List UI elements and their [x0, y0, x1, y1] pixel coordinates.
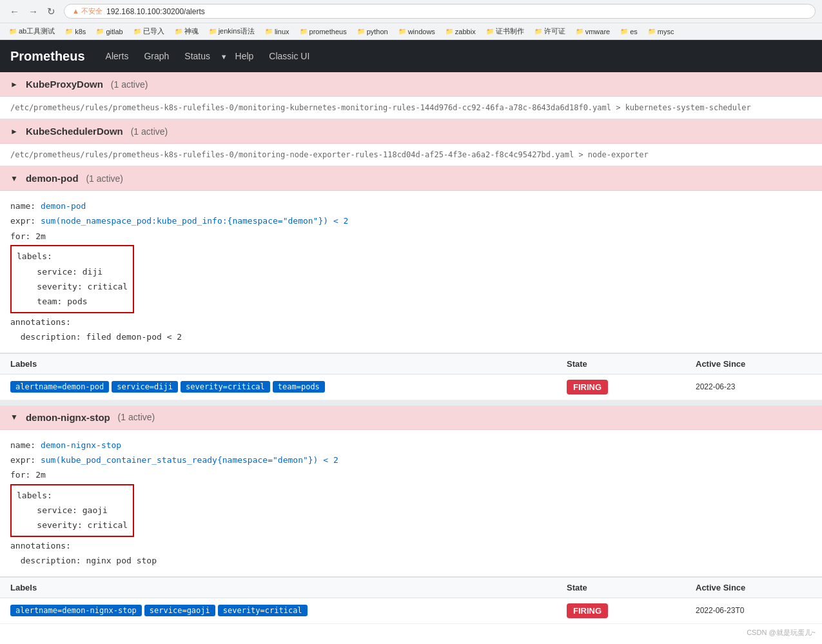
bookmark-license[interactable]: 📁 许可证	[531, 25, 569, 37]
bookmark-linux[interactable]: 📁 linux	[261, 25, 293, 37]
detail-labels-box: labels: service: diji severity: critical…	[10, 244, 812, 315]
bookmark-icon: 📁	[398, 28, 406, 35]
active-cell-demonnignxstop: 2022-06-23T0	[696, 606, 812, 615]
alert-group-demonpod[interactable]: ▼ demon-pod (1 active)	[0, 166, 822, 191]
alert-labels-demonnignxstop: alertname=demon-nignx-stop service=gaoji…	[10, 605, 567, 616]
bookmark-label: gitlab	[106, 28, 122, 35]
bookmark-label: 神魂	[184, 26, 199, 36]
alert-group-kubeproxydown[interactable]: ► KubeProxyDown (1 active)	[0, 72, 822, 97]
bookmark-label: vmware	[585, 28, 611, 35]
bookmark-jenkins[interactable]: 📁 jenkins语法	[205, 25, 259, 37]
bookmark-icon: 📁	[175, 28, 182, 35]
bookmark-prometheus[interactable]: 📁 prometheus	[296, 25, 351, 37]
alert-group-demonnignxstop[interactable]: ▼ demon-nignx-stop (1 active)	[0, 400, 822, 430]
bookmark-label: ab工具测试	[19, 26, 55, 36]
alert-count-demonnignxstop: (1 active)	[115, 412, 155, 422]
chevron-down-icon: ▼	[10, 174, 18, 183]
refresh-button[interactable]: ↻	[44, 5, 59, 19]
col-header-active: Active Since	[696, 359, 812, 369]
label-badge-severity2: severity=critical	[218, 605, 308, 616]
col-header-state2: State	[567, 583, 696, 592]
chevron-right-icon: ►	[10, 80, 18, 89]
detail-labels-box2: labels: service: gaoji severity: critica…	[10, 483, 812, 538]
bookmark-k8s[interactable]: 📁 k8s	[61, 25, 90, 37]
alert-table-header-demonnignxstop: Labels State Active Since	[0, 577, 822, 598]
url-text: 192.168.10.100:30200/alerts	[106, 7, 205, 16]
bookmark-cert[interactable]: 📁 证书制作	[482, 25, 528, 37]
bookmark-icon: 📁	[486, 28, 494, 35]
forward-button[interactable]: →	[25, 5, 41, 18]
alert-count-demonpod: (1 active)	[84, 173, 123, 184]
lock-icon: ▲ 不安全	[72, 6, 103, 16]
bookmark-icon: 📁	[9, 28, 17, 35]
alert-row-demonpod-0: alertname=demon-pod service=diji severit…	[0, 375, 822, 400]
bookmark-icon: 📁	[209, 28, 217, 35]
firing-badge-demonpod: FIRING	[567, 380, 608, 395]
label-badge-alertname: alertname=demon-pod	[10, 381, 109, 393]
chevron-down-icon: ▼	[10, 413, 18, 422]
navbar-brand[interactable]: Prometheus	[10, 49, 85, 64]
bookmark-icon: 📁	[357, 28, 365, 35]
bookmark-zabbix[interactable]: 📁 zabbix	[442, 25, 480, 37]
bookmark-windows[interactable]: 📁 windows	[395, 25, 439, 37]
nav-graph[interactable]: Graph	[136, 42, 177, 70]
bookmark-shenhun[interactable]: 📁 神魂	[171, 25, 202, 37]
bookmark-icon: 📁	[65, 28, 73, 35]
bookmark-label: jenkins语法	[219, 26, 255, 36]
detail-annotations-line: annotations:	[10, 315, 812, 329]
address-bar[interactable]: ▲ 不安全 192.168.10.100:30200/alerts	[64, 4, 816, 19]
alert-table-header-demonpod: Labels State Active Since	[0, 353, 822, 375]
nav-status-toggle[interactable]: Status	[177, 42, 218, 70]
detail-name-line2: name: demon-nignx-stop	[10, 438, 812, 453]
alert-row-demonnignxstop-0: alertname=demon-nignx-stop service=gaoji…	[0, 598, 822, 624]
nav-alerts[interactable]: Alerts	[98, 42, 137, 70]
label-badge-severity: severity=critical	[181, 381, 270, 393]
rule-file-kubeschedulerdown: /etc/prometheus/rules/prometheus-k8s-rul…	[0, 144, 822, 166]
main-content: ► KubeProxyDown (1 active) /etc/promethe…	[0, 72, 822, 624]
bookmark-vmware[interactable]: 📁 vmware	[572, 25, 614, 37]
bookmark-label: k8s	[75, 28, 86, 35]
bookmark-label: es	[630, 28, 638, 35]
bookmark-label: mysc	[658, 28, 674, 35]
nav-status-dropdown[interactable]: Status ▼	[177, 51, 227, 61]
bookmark-label: linux	[275, 28, 289, 35]
bookmark-label: 证书制作	[496, 26, 524, 36]
label-badge-service2: service=gaoji	[144, 605, 215, 616]
detail-annotations-line2: annotations:	[10, 538, 812, 553]
firing-badge-demonnignxstop: FIRING	[567, 603, 608, 618]
bookmark-python[interactable]: 📁 python	[353, 25, 392, 37]
col-header-state: State	[567, 359, 696, 369]
col-header-labels: Labels	[10, 359, 567, 369]
bookmark-label: 许可证	[544, 26, 565, 36]
detail-description-line: description: filed demon-pod < 2	[10, 329, 812, 344]
bookmark-icon: 📁	[445, 28, 453, 35]
bookmark-es[interactable]: 📁 es	[616, 25, 641, 37]
navbar: Prometheus Alerts Graph Status ▼ Help Cl…	[0, 40, 822, 72]
bookmark-icon: 📁	[265, 28, 273, 35]
alert-name-demonnignxstop: demon-nignx-stop	[26, 412, 110, 423]
alert-name-demonpod: demon-pod	[26, 173, 79, 184]
labels-box-demonnignxstop: labels: service: gaoji severity: critica…	[10, 484, 134, 537]
nav-help[interactable]: Help	[228, 42, 262, 70]
browser-chrome: ← → ↻ ▲ 不安全 192.168.10.100:30200/alerts	[0, 0, 822, 23]
detail-expr-line2: expr: sum(kube_pod_container_status_read…	[10, 453, 812, 467]
alert-detail-demonpod: name: demon-pod expr: sum(node_namespace…	[0, 191, 822, 353]
bookmark-ab[interactable]: 📁 ab工具测试	[5, 25, 59, 37]
browser-nav[interactable]: ← → ↻	[6, 5, 59, 19]
bookmark-label: 已导入	[143, 26, 164, 36]
nav-classic-ui[interactable]: Classic UI	[261, 42, 317, 70]
back-button[interactable]: ←	[6, 5, 23, 18]
detail-for-line: for: 2m	[10, 229, 812, 244]
detail-description-line2: description: nginx pod stop	[10, 553, 812, 568]
bookmark-label: prometheus	[309, 28, 347, 35]
alert-group-kubeschedulerdown[interactable]: ► KubeSchedulerDown (1 active)	[0, 119, 822, 144]
alert-name-kubeschedulerdown: KubeSchedulerDown	[26, 126, 123, 137]
alert-labels-demonpod: alertname=demon-pod service=diji severit…	[10, 381, 567, 393]
bookmark-imported[interactable]: 📁 已导入	[130, 25, 168, 37]
bookmark-icon: 📁	[648, 28, 656, 35]
bookmark-mysc[interactable]: 📁 mysc	[644, 25, 678, 37]
label-badge-team: team=pods	[273, 381, 325, 393]
bookmark-label: python	[367, 28, 388, 35]
bookmark-gitlab[interactable]: 📁 gitlab	[92, 25, 126, 37]
bookmark-icon: 📁	[620, 28, 628, 35]
